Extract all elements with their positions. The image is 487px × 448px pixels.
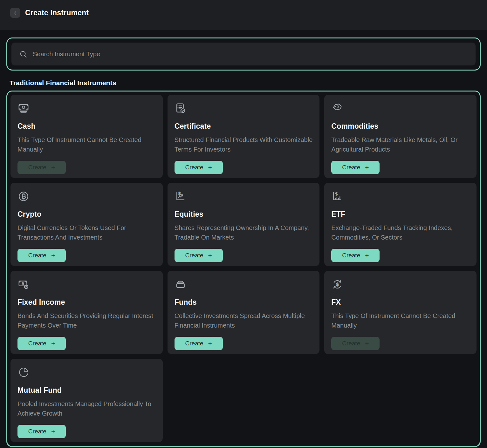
rock-icon <box>331 102 470 115</box>
header: Create Instrument <box>0 0 487 30</box>
card-description: Structured Financial Products With Custo… <box>175 135 313 154</box>
card-title: FX <box>331 298 470 307</box>
card-description: Bonds And Securities Providing Regular I… <box>17 311 156 330</box>
create-button-label: Create <box>342 164 360 171</box>
instrument-grid: Cash This Type Of Instrument Cannot Be C… <box>10 95 477 442</box>
create-button-label: Create <box>28 428 46 435</box>
back-button[interactable] <box>10 8 20 18</box>
instrument-card-equities: $ Equities Shares Representing Ownership… <box>168 183 320 266</box>
create-fx-button: Create + <box>331 337 380 350</box>
card-description: This Type Of Instrument Cannot Be Create… <box>17 135 156 154</box>
card-description: Digital Currencies Or Tokens Used For Tr… <box>17 223 156 242</box>
card-description: Shares Representing Ownership In A Compa… <box>175 223 313 242</box>
create-crypto-button[interactable]: Create + <box>17 249 66 262</box>
card-title: Certificate <box>175 122 313 131</box>
instrument-card-funds: Funds Collective Investments Spread Acro… <box>168 271 320 354</box>
create-mutual-fund-button[interactable]: Create + <box>17 425 66 438</box>
create-button-label: Create <box>28 164 46 171</box>
instrument-card-fx: $ FX This Type Of Instrument Cannot Be C… <box>324 271 477 354</box>
plus-icon: + <box>51 252 55 259</box>
create-button-label: Create <box>342 340 360 347</box>
instrument-card-commodities: Commodities Tradeable Raw Materials Like… <box>324 95 477 178</box>
create-commodities-button[interactable]: Create + <box>331 161 380 174</box>
card-title: Crypto <box>17 210 156 219</box>
bitcoin-icon <box>17 190 156 203</box>
plus-icon: + <box>208 340 212 347</box>
create-button-label: Create <box>342 252 360 259</box>
search-field[interactable] <box>11 43 476 65</box>
banknote-icon <box>17 102 156 115</box>
plus-icon: + <box>365 340 369 347</box>
instrument-card-certificate: Certificate Structured Financial Product… <box>168 95 320 178</box>
instrument-card-cash: Cash This Type Of Instrument Cannot Be C… <box>10 95 163 178</box>
create-certificate-button[interactable]: Create + <box>175 161 223 174</box>
card-title: Equities <box>175 210 313 219</box>
instrument-card-crypto: Crypto Digital Currencies Or Tokens Used… <box>10 183 163 266</box>
create-button-label: Create <box>185 164 203 171</box>
page-title: Create Instrument <box>25 8 89 18</box>
card-description: Exchange-Traded Funds Tracking Indexes, … <box>331 223 470 242</box>
section-title: Traditional Financial Instruments <box>10 79 487 87</box>
instrument-card-etf: $ ETF Exchange-Traded Funds Tracking Ind… <box>324 183 477 266</box>
card-title: Funds <box>175 298 313 307</box>
plus-icon: + <box>208 164 212 171</box>
create-button-label: Create <box>28 252 46 259</box>
plus-icon: + <box>51 428 55 435</box>
card-title: Commodities <box>331 122 470 131</box>
svg-text:$: $ <box>336 281 340 287</box>
pie-chart-icon <box>17 366 156 379</box>
search-container <box>6 37 481 71</box>
create-etf-button[interactable]: Create + <box>331 249 380 262</box>
create-button-label: Create <box>185 340 203 347</box>
instrument-grid-container: Cash This Type Of Instrument Cannot Be C… <box>6 91 481 447</box>
create-button-label: Create <box>185 252 203 259</box>
card-title: Cash <box>17 122 156 131</box>
plus-icon: + <box>365 252 369 259</box>
dollar-exchange-icon: $ <box>331 278 470 291</box>
stacked-drawers-icon <box>175 278 313 291</box>
card-title: Mutual Fund <box>17 386 156 395</box>
card-description: Tradeable Raw Materials Like Metals, Oil… <box>331 135 470 154</box>
create-button-label: Create <box>28 340 46 347</box>
create-funds-button[interactable]: Create + <box>175 337 223 350</box>
card-title: Fixed Income <box>17 298 156 307</box>
card-title: ETF <box>331 210 470 219</box>
create-fixed-income-button[interactable]: Create + <box>17 337 66 350</box>
search-input[interactable] <box>33 51 468 58</box>
card-description: Pooled Investments Managed Professionall… <box>17 399 156 418</box>
card-description: This Type Of Instrument Cannot Be Create… <box>331 311 470 330</box>
plus-icon: + <box>51 340 55 347</box>
instrument-card-fixed-income: $ Fixed Income Bonds And Securities Prov… <box>10 271 163 354</box>
svg-text:$: $ <box>335 191 338 196</box>
svg-text:$: $ <box>178 191 181 196</box>
chevron-left-icon <box>12 10 18 16</box>
create-equities-button[interactable]: Create + <box>175 249 223 262</box>
banknote-check-icon: $ <box>17 278 156 291</box>
plus-icon: + <box>51 164 55 171</box>
instrument-card-mutual-fund: Mutual Fund Pooled Investments Managed P… <box>10 359 163 442</box>
chart-line-dollar-icon: $ <box>175 190 313 203</box>
create-instrument-page: Create Instrument Traditional Financial … <box>0 0 487 447</box>
plus-icon: + <box>365 164 369 171</box>
document-check-icon <box>175 102 313 115</box>
chart-bar-dollar-icon: $ <box>331 190 470 203</box>
search-icon <box>19 50 28 58</box>
create-cash-button: Create + <box>17 161 66 174</box>
plus-icon: + <box>208 252 212 259</box>
card-description: Collective Investments Spread Across Mul… <box>175 311 313 330</box>
svg-text:$: $ <box>21 281 24 286</box>
